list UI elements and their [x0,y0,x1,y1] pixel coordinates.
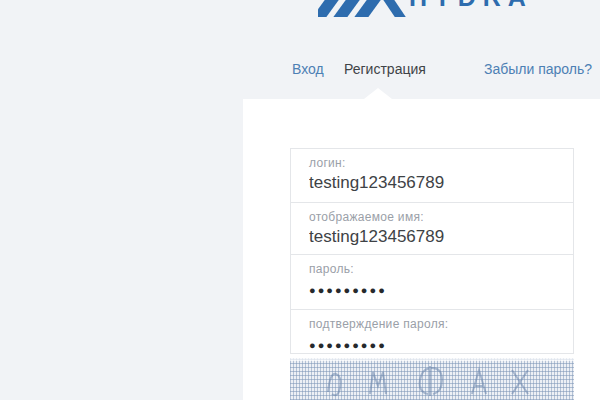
password-confirm-input[interactable] [309,334,555,351]
registration-form: логин: отображаемое имя: пароль: подтвер… [290,148,574,354]
captcha-glyphs [290,358,574,400]
password-label: пароль: [309,262,555,276]
captcha-image[interactable] [290,358,574,400]
password-field[interactable]: пароль: [291,255,573,310]
active-tab-caret [364,88,392,99]
logo-text: HYDRA [409,0,533,10]
display-name-label: отображаемое имя: [309,210,555,224]
logo-wordmark[interactable]: HYDRA [409,0,569,10]
login-label: логин: [309,156,555,170]
tab-forgot-password[interactable]: Забыли пароль? [484,61,592,77]
logo-icon[interactable] [318,0,406,17]
tab-login[interactable]: Вход [292,61,324,77]
password-confirm-label: подтверждение пароля: [309,317,555,331]
display-name-field[interactable]: отображаемое имя: [291,203,573,255]
registration-page: HYDRA Вход Регистрация Забыли пароль? ло… [0,0,600,400]
password-input[interactable] [309,279,555,296]
display-name-input[interactable] [309,227,555,247]
tab-registration[interactable]: Регистрация [344,61,426,77]
login-field[interactable]: логин: [291,149,573,203]
password-confirm-field[interactable]: подтверждение пароля: [291,310,573,353]
login-input[interactable] [309,173,555,193]
